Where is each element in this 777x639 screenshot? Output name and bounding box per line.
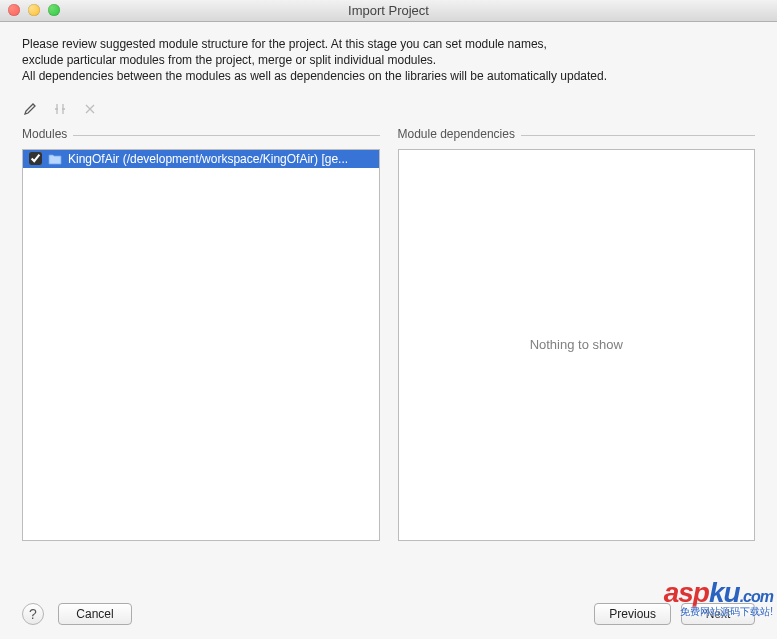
modules-header: Modules: [22, 127, 73, 141]
modules-panel[interactable]: KingOfAir (/development/workspace/KingOf…: [22, 149, 380, 541]
minimize-window-button[interactable]: [28, 4, 40, 16]
window-title: Import Project: [0, 3, 777, 18]
merge-icon: [82, 101, 98, 117]
intro-line-2: exclude particular modules from the proj…: [22, 52, 755, 68]
dependencies-header: Module dependencies: [398, 127, 521, 141]
previous-button[interactable]: Previous: [594, 603, 671, 625]
next-button[interactable]: Next: [681, 603, 755, 625]
edit-icon[interactable]: [22, 101, 38, 117]
dependencies-panel: Nothing to show: [398, 149, 756, 541]
help-button[interactable]: ?: [22, 603, 44, 625]
columns: Modules KingOfAir (/development/workspac…: [22, 127, 755, 541]
cancel-button[interactable]: Cancel: [58, 603, 132, 625]
traffic-lights: [8, 4, 60, 16]
dialog-content: Please review suggested module structure…: [0, 22, 777, 541]
folder-icon: [48, 153, 62, 165]
intro-line-1: Please review suggested module structure…: [22, 36, 755, 52]
module-label: KingOfAir (/development/workspace/KingOf…: [68, 152, 348, 166]
module-row[interactable]: KingOfAir (/development/workspace/KingOf…: [23, 150, 379, 168]
maximize-window-button[interactable]: [48, 4, 60, 16]
intro-line-3: All dependencies between the modules as …: [22, 68, 755, 84]
dependencies-column: Module dependencies Nothing to show: [398, 127, 756, 541]
titlebar: Import Project: [0, 0, 777, 22]
close-window-button[interactable]: [8, 4, 20, 16]
empty-text: Nothing to show: [399, 150, 755, 540]
split-icon: [52, 101, 68, 117]
modules-column: Modules KingOfAir (/development/workspac…: [22, 127, 380, 541]
footer: ? Cancel Previous Next: [22, 603, 755, 625]
toolbar: [22, 101, 755, 117]
intro-text: Please review suggested module structure…: [22, 36, 755, 85]
nav-buttons: Previous Next: [594, 603, 755, 625]
module-checkbox[interactable]: [29, 152, 42, 165]
